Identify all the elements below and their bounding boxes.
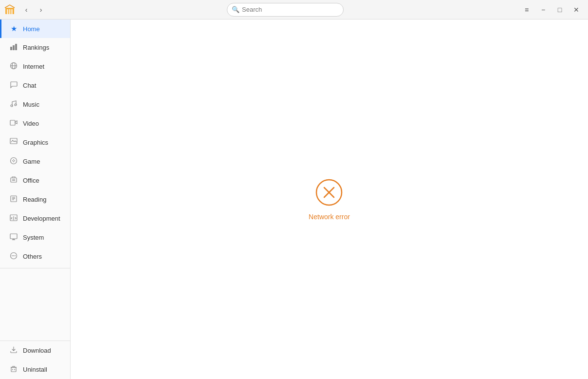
- sidebar-item-music-label: Music: [23, 101, 39, 108]
- video-icon: [9, 119, 18, 128]
- system-icon: [9, 233, 18, 242]
- sidebar-item-others-label: Others: [23, 253, 42, 260]
- sidebar-divider: [0, 268, 70, 268]
- app-logo: [4, 4, 16, 16]
- uninstall-icon: [9, 365, 18, 374]
- sidebar-item-graphics[interactable]: Graphics: [0, 133, 70, 152]
- sidebar-item-chat-label: Chat: [23, 82, 36, 89]
- sidebar-bottom: Download Uninstall: [0, 341, 70, 379]
- sidebar-item-game-label: Game: [23, 158, 40, 165]
- sidebar-item-download[interactable]: Download: [0, 341, 70, 360]
- titlebar: ‹ › 🔍 ≡ − □ ✕: [0, 0, 588, 19]
- sidebar-item-music[interactable]: Music: [0, 95, 70, 114]
- sidebar-item-uninstall-label: Uninstall: [23, 366, 47, 373]
- search-container: 🔍: [52, 3, 519, 17]
- svg-point-15: [12, 160, 13, 161]
- sidebar-item-game[interactable]: Game: [0, 152, 70, 171]
- internet-icon: [9, 62, 18, 71]
- sidebar-item-video-label: Video: [23, 120, 39, 127]
- sidebar-item-home[interactable]: ★ Home: [0, 19, 70, 38]
- svg-rect-34: [11, 367, 16, 372]
- sidebar-item-system-label: System: [23, 234, 44, 241]
- rankings-icon: [9, 43, 18, 52]
- reading-icon: [9, 195, 18, 204]
- minimize-button[interactable]: −: [535, 3, 551, 17]
- music-icon: [9, 100, 18, 109]
- svg-rect-2: [9, 9, 11, 14]
- forward-button[interactable]: ›: [34, 3, 48, 17]
- back-button[interactable]: ‹: [19, 3, 33, 17]
- svg-rect-1: [7, 9, 8, 14]
- chat-icon: [9, 81, 18, 90]
- sidebar-item-office-label: Office: [23, 177, 39, 184]
- svg-rect-4: [10, 47, 12, 50]
- search-wrapper: 🔍: [227, 3, 344, 17]
- game-icon: [9, 157, 18, 166]
- search-input[interactable]: [227, 3, 344, 17]
- svg-rect-5: [13, 45, 15, 50]
- sidebar-item-internet[interactable]: Internet: [0, 57, 70, 76]
- sidebar-item-development[interactable]: Development: [0, 209, 70, 228]
- close-button[interactable]: ✕: [569, 3, 584, 17]
- svg-rect-6: [15, 44, 17, 50]
- svg-rect-19: [11, 178, 17, 182]
- svg-point-14: [11, 158, 17, 164]
- sidebar-item-reading-label: Reading: [23, 196, 46, 203]
- sidebar-item-home-label: Home: [23, 25, 40, 33]
- sidebar-item-system[interactable]: System: [0, 228, 70, 247]
- sidebar-item-reading[interactable]: Reading: [0, 190, 70, 209]
- sidebar-item-chat[interactable]: Chat: [0, 76, 70, 95]
- svg-rect-12: [10, 120, 15, 125]
- sidebar-item-development-label: Development: [23, 215, 60, 222]
- sidebar-item-download-label: Download: [23, 347, 51, 354]
- error-container: Network error: [309, 178, 350, 221]
- office-icon: [9, 176, 18, 185]
- graphics-icon: [9, 138, 18, 147]
- svg-point-17: [13, 159, 14, 160]
- sidebar-item-office[interactable]: Office: [0, 171, 70, 190]
- home-icon: ★: [9, 24, 18, 33]
- development-icon: [9, 214, 18, 223]
- download-icon: [9, 346, 18, 355]
- app-body: ★ Home Rankings Internet Chat Music: [0, 19, 588, 379]
- svg-rect-27: [10, 234, 17, 239]
- main-content: Network error: [71, 19, 588, 379]
- sidebar-item-video[interactable]: Video: [0, 114, 70, 133]
- maximize-button[interactable]: □: [552, 3, 568, 17]
- svg-point-32: [13, 255, 14, 256]
- svg-point-33: [15, 255, 16, 256]
- sidebar-item-graphics-label: Graphics: [23, 139, 48, 146]
- sidebar-item-rankings-label: Rankings: [23, 44, 49, 51]
- svg-point-18: [13, 161, 14, 162]
- menu-button[interactable]: ≡: [519, 3, 534, 17]
- error-icon: [314, 178, 344, 207]
- svg-point-16: [14, 160, 15, 161]
- svg-point-11: [15, 104, 17, 106]
- sidebar-item-uninstall[interactable]: Uninstall: [0, 360, 70, 379]
- sidebar-item-rankings[interactable]: Rankings: [0, 38, 70, 57]
- sidebar-item-internet-label: Internet: [23, 63, 44, 70]
- svg-rect-3: [11, 9, 13, 14]
- error-text: Network error: [309, 213, 350, 221]
- others-icon: [9, 252, 18, 261]
- sidebar-item-others[interactable]: Others: [0, 247, 70, 266]
- svg-point-31: [12, 255, 13, 256]
- nav-buttons: ‹ ›: [19, 3, 48, 17]
- sidebar: ★ Home Rankings Internet Chat Music: [0, 19, 71, 379]
- window-controls: ≡ − □ ✕: [519, 3, 584, 17]
